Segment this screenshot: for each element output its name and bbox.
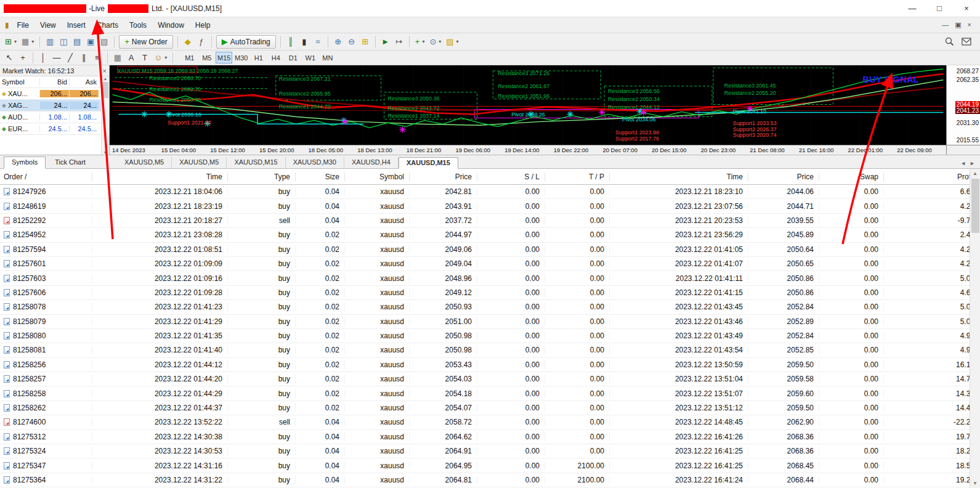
market-watch-row[interactable]: ◆AUD...1.08...1.08... [0,112,101,123]
market-watch-row[interactable]: ◆EUR...24.5...24.5... [0,123,101,135]
mdi-restore-button[interactable]: ▣ [955,21,961,29]
crosshair-button[interactable]: + [16,51,30,65]
draw-grid-button[interactable]: ▦ [111,51,124,65]
order-row[interactable]: 812486192023.12.21 18:23:19buy0.04xauusd… [0,199,980,213]
profiles-button[interactable]: ▦▾ [19,35,36,49]
order-row[interactable]: 812576062023.12.22 01:09:28buy0.02xauusd… [0,286,980,300]
tab-symbols[interactable]: Symbols [4,157,46,169]
timeframe-w1-button[interactable]: W1 [302,52,318,63]
order-row[interactable]: 812582582023.12.22 01:44:29buy0.02xauusd… [0,386,980,401]
scroll-up-icon[interactable]: ▲ [973,169,978,178]
window-minimize-button[interactable]: — [899,0,926,17]
menu-item-file[interactable]: File [12,18,34,32]
orders-column-header-7[interactable]: T / P [545,173,610,181]
timeframe-h1-button[interactable]: H1 [250,52,267,63]
chart-tab[interactable]: XAUUSD,M5 [172,157,227,168]
orders-column-header-6[interactable]: S / L [477,173,545,181]
price-chart[interactable]: XAUUSD,M15 2059.16 2069.83 2056.19 2068.… [110,65,946,145]
chart-tab[interactable]: XAUUSD,H4 [344,157,399,168]
templates-button[interactable]: ▨▾ [443,35,461,49]
mw-column-symbol[interactable]: Symbol [0,78,39,86]
market-watch-close-icon[interactable]: × [103,67,107,75]
zoom-in-button[interactable]: ⊕ [331,35,345,49]
market-watch-row[interactable]: ◆XAU...206...206... [0,88,101,100]
text-button[interactable]: A [124,51,138,65]
timeframe-m30-button[interactable]: M30 [233,52,249,63]
order-row[interactable]: 812753642023.12.22 14:31:22buy0.04xauusd… [0,473,980,487]
orders-column-header-8[interactable]: Time [610,173,748,181]
indicators-button[interactable]: +▾ [413,35,427,49]
order-row[interactable]: 812479262023.12.21 18:04:06buy0.04xauusd… [0,185,980,199]
line-chart-button[interactable]: ≈ [311,35,325,49]
new-chart-button[interactable]: ⊞▾ [2,35,19,49]
order-row[interactable]: 812582562023.12.22 01:44:12buy0.02xauusd… [0,358,980,372]
scrollbar-thumb[interactable] [971,179,979,233]
autotrading-button[interactable]: ▶AutoTrading [216,35,276,49]
order-row[interactable]: 812746002023.12.22 13:52:22sell0.04xauus… [0,415,980,429]
new-order-button[interactable]: +New Order [119,35,173,49]
chart-tab[interactable]: XAUUSD,M30 [286,157,344,168]
search-icon[interactable] [945,37,954,46]
menu-item-help[interactable]: Help [190,18,216,32]
scroll-down-icon[interactable]: ▼ [973,479,978,488]
strategy-tester-button[interactable]: ▧ [97,35,111,49]
order-row[interactable]: 812753472023.12.22 14:31:16buy0.04xauusd… [0,458,980,473]
window-close-button[interactable]: × [953,0,980,17]
timeframe-mn-button[interactable]: MN [319,52,336,63]
order-row[interactable]: 812580812023.12.22 01:41:40buy0.02xauusd… [0,343,980,357]
menu-item-tools[interactable]: Tools [124,18,152,32]
menu-item-insert[interactable]: Insert [62,18,91,32]
order-row[interactable]: 812522922023.12.21 20:18:27sell0.04xauus… [0,214,980,228]
order-row[interactable]: 812753242023.12.22 14:30:53buy0.04xauusd… [0,444,980,458]
horizontal-line-button[interactable]: — [50,51,63,65]
scroll-down-icon[interactable]: ▼ [103,150,108,155]
tile-windows-button[interactable]: ⊞ [358,35,372,49]
mail-icon[interactable] [962,38,971,46]
order-row[interactable]: 812582622023.12.22 01:44:37buy0.02xauusd… [0,401,980,415]
scroll-up-icon[interactable]: ▲ [103,76,108,81]
metaeditor-button[interactable]: ◆ [181,35,195,49]
fibonacci-retracement-button[interactable]: ≡ [91,51,104,65]
menu-item-window[interactable]: Window [152,18,190,32]
order-row[interactable]: 812582572023.12.22 01:44:20buy0.02xauusd… [0,372,980,386]
orders-column-header-11[interactable]: Profit [884,173,980,181]
candlestick-chart-button[interactable]: ▮ [298,35,311,49]
equidistant-channel-button[interactable]: ∥ [77,51,91,65]
vertical-line-button[interactable]: │ [36,51,50,65]
timeframe-m15-button[interactable]: M15 [216,52,232,63]
orders-column-header-1[interactable]: Time [92,173,228,181]
window-maximize-button[interactable]: □ [926,0,953,17]
mw-column-ask[interactable]: Ask [69,78,99,86]
market-watch-scrollbar[interactable]: ▲ ▼ [101,76,109,155]
text-label-button[interactable]: T [138,51,152,65]
mw-column-bid[interactable]: Bid [39,78,69,86]
orders-column-header-9[interactable]: Price [748,173,819,181]
order-row[interactable]: 812753122023.12.22 14:30:38buy0.04xauusd… [0,430,980,444]
orders-scrollbar[interactable]: ▲ ▼ [970,169,980,488]
order-row[interactable]: 812580782023.12.22 01:41:23buy0.02xauusd… [0,300,980,314]
order-row[interactable]: 812576012023.12.22 01:09:09buy0.02xauusd… [0,257,980,271]
order-row[interactable]: 812580792023.12.22 01:41:29buy0.02xauusd… [0,315,980,329]
market-watch-row[interactable]: ◆XAG...24...24... [0,100,101,112]
data-window-button[interactable]: ◫ [57,35,70,49]
tab-tick-chart[interactable]: Tick Chart [47,157,94,168]
chart-tab[interactable]: XAUUSD,M15 [399,157,458,169]
orders-column-header-5[interactable]: Price [410,173,477,181]
mdi-minimize-button[interactable]: — [942,21,949,29]
timeframe-d1-button[interactable]: D1 [285,52,301,63]
order-row[interactable]: 812549522023.12.21 23:08:28buy0.02xauusd… [0,228,980,242]
expert-advisors-button[interactable]: ƒ [195,35,208,49]
chart-tab[interactable]: XAUUSD,M15 [227,157,285,168]
cursor-button[interactable]: ↖ [2,51,16,65]
arrows-button[interactable]: ☺▾ [152,51,169,65]
chart-shift-button[interactable]: ↦ [392,35,406,49]
bar-chart-button[interactable]: ║ [284,35,298,49]
timeframe-m5-button[interactable]: M5 [198,52,215,63]
timeframe-h4-button[interactable]: H4 [267,52,284,63]
orders-column-header-0[interactable]: Order / [0,173,92,181]
menu-item-view[interactable]: View [34,18,62,32]
chart-tab[interactable]: XAUUSD,M5 [117,157,172,168]
auto-scroll-button[interactable]: ► [379,35,392,49]
menu-item-charts[interactable]: Charts [91,18,124,32]
tab-scroll-right-icon[interactable]: ► [970,160,975,166]
